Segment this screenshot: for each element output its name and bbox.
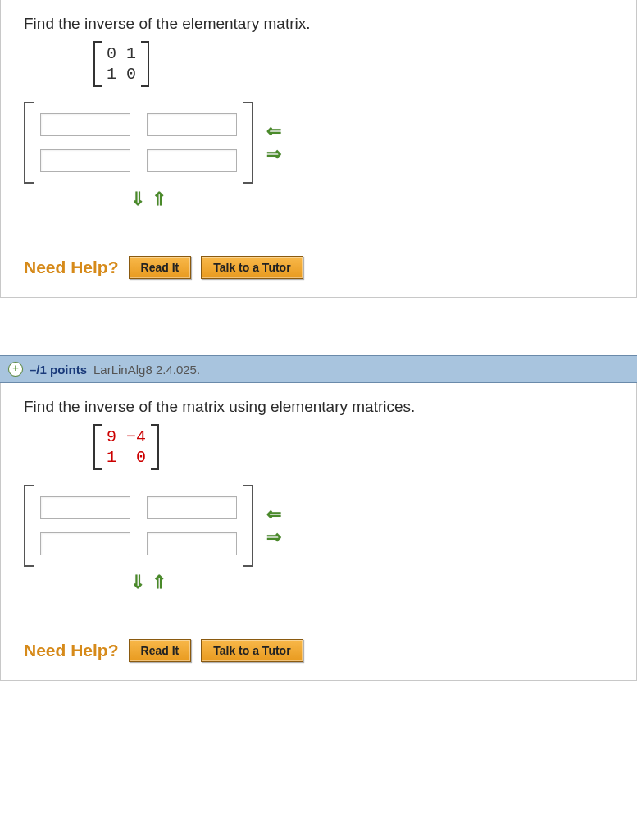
answer-cell-2-2[interactable] [147, 149, 237, 172]
answer-cell-2-1[interactable] [40, 532, 130, 555]
remove-column-icon[interactable]: ⇐ [266, 505, 281, 523]
given-matrix: 0 1 1 0 [93, 41, 149, 87]
bracket-right [141, 41, 149, 87]
read-it-button[interactable]: Read It [129, 256, 192, 279]
answer-bracket-left [24, 102, 34, 184]
points-label: –/1 points [30, 363, 87, 377]
given-matrix: 9 −4 1 0 [93, 424, 159, 470]
talk-to-tutor-button[interactable]: Talk to a Tutor [201, 639, 303, 662]
bracket-right [151, 424, 159, 470]
answer-matrix: ⇐ ⇒ [24, 485, 613, 567]
expand-icon[interactable]: + [8, 362, 23, 377]
need-help-label: Need Help? [24, 258, 119, 277]
bracket-left [93, 424, 102, 470]
need-help-row: Need Help? Read It Talk to a Tutor [24, 256, 613, 279]
answer-cell-1-2[interactable] [147, 496, 237, 519]
matrix-body: 9 −4 1 0 [102, 424, 151, 470]
talk-to-tutor-button[interactable]: Talk to a Tutor [201, 256, 303, 279]
answer-cell-2-2[interactable] [147, 532, 237, 555]
need-help-row: Need Help? Read It Talk to a Tutor [24, 639, 613, 662]
remove-column-icon[interactable]: ⇐ [266, 122, 281, 140]
read-it-button[interactable]: Read It [129, 639, 192, 662]
source-label: LarLinAlg8 2.4.025. [93, 363, 200, 377]
question-header: + –/1 points LarLinAlg8 2.4.025. [0, 355, 637, 383]
add-row-icon[interactable]: ⇓ [130, 190, 145, 208]
remove-row-icon[interactable]: ⇑ [152, 573, 166, 591]
answer-bracket-left [24, 485, 34, 567]
answer-bracket-right [243, 102, 253, 184]
remove-row-icon[interactable]: ⇑ [152, 190, 166, 208]
question-1: Find the inverse of the elementary matri… [0, 0, 637, 298]
matrix-body: 0 1 1 0 [102, 41, 141, 87]
answer-cell-2-1[interactable] [40, 149, 130, 172]
answer-cell-1-1[interactable] [40, 113, 130, 136]
need-help-label: Need Help? [24, 641, 119, 660]
answer-cell-1-1[interactable] [40, 496, 130, 519]
question-2: Find the inverse of the matrix using ele… [0, 383, 637, 681]
bracket-left [93, 41, 102, 87]
add-column-icon[interactable]: ⇒ [266, 528, 281, 546]
answer-bracket-right [243, 485, 253, 567]
answer-cell-1-2[interactable] [147, 113, 237, 136]
question-prompt: Find the inverse of the elementary matri… [24, 15, 613, 33]
question-prompt: Find the inverse of the matrix using ele… [24, 398, 613, 416]
add-column-icon[interactable]: ⇒ [266, 145, 281, 163]
answer-matrix: ⇐ ⇒ [24, 102, 613, 184]
add-row-icon[interactable]: ⇓ [130, 573, 145, 591]
